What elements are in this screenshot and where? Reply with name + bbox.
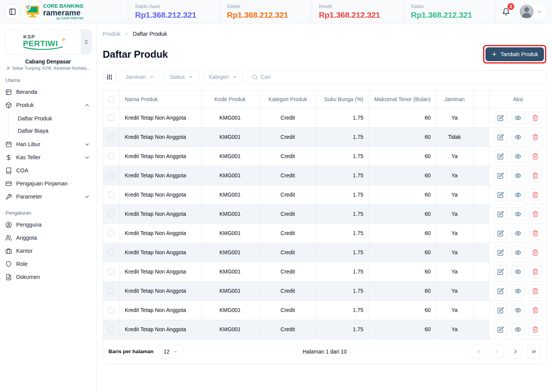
sidebar-subitem-daftar-biaya[interactable]: Daftar Biaya — [8, 125, 92, 137]
view-button[interactable] — [512, 284, 525, 297]
view-button[interactable] — [512, 304, 525, 317]
sidebar-item-pengajuan-pinjaman[interactable]: Pengajuan Pinjaman — [5, 177, 92, 190]
edit-icon — [497, 153, 504, 160]
edit-button[interactable] — [494, 169, 507, 182]
row-checkbox[interactable] — [108, 288, 114, 294]
branch-switcher[interactable]: KSP PERTIWI ✿ — [5, 30, 92, 54]
search-input[interactable] — [261, 74, 542, 80]
status-filter-dropdown[interactable]: Status — [164, 70, 199, 83]
view-button[interactable] — [512, 169, 525, 182]
table-row: Kredit Tetap Non AnggotaKMG001Credit1.75… — [103, 320, 547, 339]
view-button[interactable] — [512, 150, 525, 163]
table-row: Kredit Tetap Non AnggotaKMG001Credit1.75… — [103, 127, 547, 147]
sidebar-toggle-button[interactable] — [5, 4, 20, 19]
per-page-select[interactable]: 12 — [158, 345, 183, 359]
delete-button[interactable] — [529, 130, 542, 143]
eye-icon — [515, 172, 521, 179]
edit-button[interactable] — [494, 188, 507, 201]
jaminan-filter-dropdown[interactable]: Jaminan — [120, 70, 160, 83]
cell-tenor: 60 — [369, 243, 436, 262]
delete-button[interactable] — [529, 323, 542, 336]
sidebar-item-parameter[interactable]: Parameter — [5, 190, 92, 203]
branch-switch-strip[interactable] — [81, 30, 91, 54]
edit-button[interactable] — [494, 111, 507, 124]
cell-tenor: 60 — [369, 224, 436, 243]
cell-kategori: Credit — [259, 224, 317, 243]
topbar-left: CORE BANKING ramerame by COOP PERTIWI — [0, 0, 128, 23]
tambah-produk-button[interactable]: Tambah Produk — [485, 47, 544, 61]
row-checkbox[interactable] — [108, 326, 114, 332]
delete-button[interactable] — [529, 188, 542, 201]
edit-button[interactable] — [494, 150, 507, 163]
view-button[interactable] — [512, 323, 525, 336]
view-button[interactable] — [512, 111, 525, 124]
row-checkbox[interactable] — [108, 230, 114, 236]
edit-button[interactable] — [494, 246, 507, 259]
edit-button[interactable] — [494, 265, 507, 278]
row-checkbox[interactable] — [108, 115, 114, 121]
delete-button[interactable] — [529, 111, 542, 124]
breadcrumb-produk[interactable]: Produk — [103, 31, 120, 37]
edit-button[interactable] — [494, 323, 507, 336]
prev-page-button[interactable] — [490, 345, 504, 359]
topbar-stats: Saldo AwalRp1.368.212.321DebetRp1.368.21… — [128, 0, 495, 23]
sidebar-item-kas-teller[interactable]: Kas Teller — [5, 151, 92, 164]
next-page-button[interactable] — [509, 345, 522, 359]
edit-button[interactable] — [494, 130, 507, 143]
sidebar-item-kantor[interactable]: Kantor — [5, 244, 92, 257]
first-page-button[interactable] — [472, 345, 485, 359]
row-checkbox[interactable] — [108, 249, 114, 255]
row-checkbox[interactable] — [108, 172, 114, 178]
delete-button[interactable] — [529, 150, 542, 163]
spacer-cell — [473, 262, 489, 281]
sidebar-item-anggota[interactable]: Anggota — [5, 231, 92, 244]
delete-button[interactable] — [529, 207, 542, 220]
last-page-button[interactable] — [527, 345, 541, 359]
sidebar-item-pengguna[interactable]: Pengguna — [5, 218, 92, 231]
view-button[interactable] — [512, 227, 525, 240]
eye-icon — [515, 192, 521, 198]
edit-button[interactable] — [494, 207, 507, 220]
row-checkbox[interactable] — [108, 307, 114, 313]
stat-value: Rp1.368.212.321 — [227, 10, 312, 20]
delete-button[interactable] — [529, 227, 542, 240]
delete-button[interactable] — [529, 169, 542, 182]
row-checkbox[interactable] — [108, 211, 114, 217]
view-button[interactable] — [512, 265, 525, 278]
view-button[interactable] — [512, 188, 525, 201]
sidebar-item-coa[interactable]: COA — [5, 164, 92, 177]
sidebar-subitem-daftar-produk[interactable]: Daftar Produk — [8, 112, 92, 125]
delete-button[interactable] — [529, 265, 542, 278]
delete-button[interactable] — [529, 246, 542, 259]
tambah-produk-label: Tambah Produk — [500, 51, 538, 57]
row-checkbox[interactable] — [108, 192, 114, 198]
view-button[interactable] — [512, 246, 525, 259]
cell-nama: Kredit Tetap Non Anggota — [119, 204, 201, 224]
chevron-down-icon — [188, 74, 193, 80]
sidebar-item-beranda[interactable]: Beranda — [5, 85, 92, 98]
user-menu[interactable] — [518, 3, 547, 20]
action-buttons — [489, 188, 547, 201]
delete-button[interactable] — [529, 284, 542, 297]
sidebar-item-hari-libur[interactable]: Hari Libur — [5, 138, 92, 151]
select-all-checkbox[interactable] — [108, 96, 114, 102]
kategori-filter-dropdown[interactable]: Kategori — [203, 70, 243, 83]
cell-kode: KMG001 — [201, 166, 259, 185]
row-checkbox[interactable] — [108, 269, 114, 275]
view-button[interactable] — [512, 130, 525, 143]
edit-button[interactable] — [494, 304, 507, 317]
delete-button[interactable] — [529, 304, 542, 317]
edit-button[interactable] — [494, 284, 507, 297]
edit-button[interactable] — [494, 227, 507, 240]
cell-nama: Kredit Tetap Non Anggota — [119, 262, 201, 281]
sidebar-item-dokumen[interactable]: Dokumen — [5, 270, 92, 284]
row-checkbox[interactable] — [108, 134, 114, 140]
sidebar-item-role[interactable]: Role — [5, 257, 92, 270]
cell-kategori: Credit — [259, 243, 317, 262]
row-checkbox[interactable] — [108, 153, 114, 159]
view-button[interactable] — [512, 207, 525, 220]
sidebar-item-produk[interactable]: Produk — [5, 98, 92, 112]
filter-settings-button[interactable] — [103, 70, 116, 83]
notifications-button[interactable]: 3 — [498, 3, 514, 20]
cell-kategori: Credit — [259, 166, 317, 185]
